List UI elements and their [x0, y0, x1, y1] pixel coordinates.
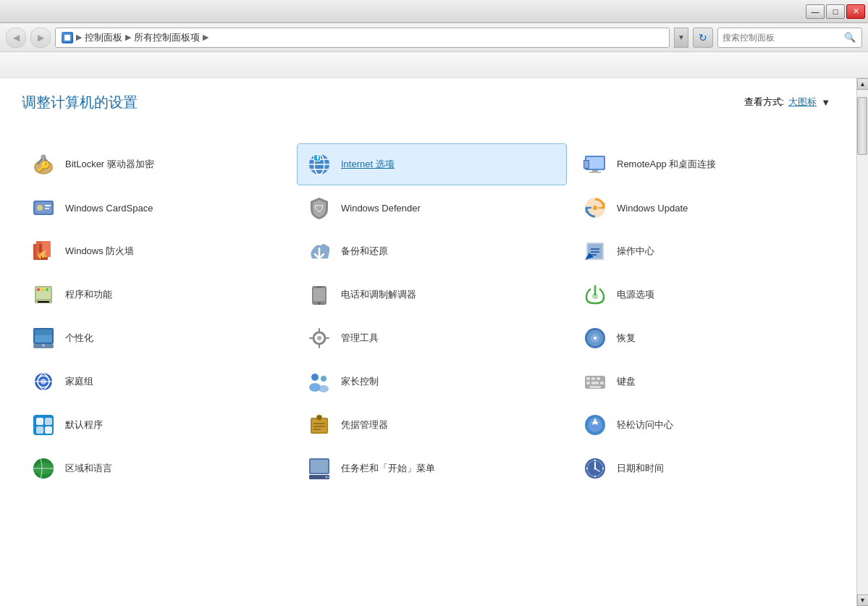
search-icon[interactable]: 🔍	[843, 30, 857, 45]
icon-default	[29, 411, 58, 439]
scrollbar-thumb[interactable]	[857, 97, 867, 155]
label-phone: 电话和调制解调器	[341, 288, 416, 301]
item-update[interactable]: Windows Update	[573, 188, 842, 228]
svg-rect-87	[312, 419, 326, 432]
svg-rect-58	[319, 343, 320, 348]
icon-phone	[305, 280, 334, 309]
icon-internet	[305, 150, 334, 179]
label-datetime: 日期和时间	[617, 462, 664, 475]
back-button[interactable]: ◀	[6, 28, 26, 48]
maximize-button[interactable]: □	[826, 4, 845, 19]
svg-text:🛡: 🛡	[314, 203, 324, 214]
path-control-panel[interactable]: 控制面板	[85, 31, 122, 44]
item-firewall[interactable]: Windows 防火墙	[22, 231, 290, 272]
item-personalize[interactable]: 个性化	[22, 318, 290, 358]
address-bar: ◀ ▶ ▶ 控制面板 ▶ 所有控制面板项 ▶ ▼ ↻ 🔍	[0, 23, 868, 52]
svg-rect-74	[586, 377, 590, 380]
svg-point-106	[594, 468, 597, 470]
search-container: 🔍	[717, 28, 862, 48]
title-bar: — □ ✕	[0, 0, 868, 23]
item-remoteapp[interactable]: RemoteApp 和桌面连接	[573, 144, 842, 185]
icon-defender: 🛡	[305, 193, 334, 222]
path-separator-2: ▶	[125, 33, 131, 42]
item-cardspace[interactable]: Windows CardSpace	[22, 188, 290, 228]
forward-button[interactable]: ▶	[30, 28, 51, 48]
item-action[interactable]: 操作中心	[573, 231, 842, 272]
svg-point-6	[41, 155, 46, 159]
item-parental[interactable]: 家长控制	[298, 361, 566, 402]
icon-bitlocker: 🔑	[29, 150, 58, 179]
item-backup[interactable]: 备份和还原	[298, 231, 566, 272]
svg-rect-83	[36, 426, 43, 434]
item-internet[interactable]: Internet 选项	[298, 144, 566, 185]
address-dropdown-button[interactable]: ▼	[674, 28, 688, 48]
svg-rect-75	[591, 377, 595, 380]
item-homegroup[interactable]: 家庭组	[22, 361, 290, 402]
icon-firewall	[29, 237, 58, 266]
icon-parental	[305, 367, 334, 396]
svg-rect-79	[600, 382, 604, 384]
item-datetime[interactable]: 日期和时间	[573, 448, 842, 489]
window-controls: — □ ✕	[806, 4, 865, 19]
icon-programs	[29, 280, 58, 309]
item-ease[interactable]: 轻松访问中心	[573, 405, 842, 445]
item-default[interactable]: 默认程序	[22, 405, 290, 445]
item-taskbar[interactable]: 任务栏和「开始」菜单	[298, 448, 566, 489]
svg-point-72	[319, 385, 329, 392]
icon-backup	[305, 237, 334, 266]
close-button[interactable]: ✕	[846, 4, 865, 19]
svg-rect-45	[313, 288, 325, 301]
item-defender[interactable]: 🛡Windows Defender	[298, 188, 566, 228]
icon-credential	[305, 411, 334, 439]
svg-point-70	[321, 376, 326, 382]
icon-ease	[581, 411, 610, 439]
label-remoteapp: RemoteApp 和桌面连接	[617, 158, 716, 171]
item-bitlocker[interactable]: 🔑BitLocker 驱动器加密	[22, 144, 290, 185]
scrollbar-down-button[interactable]: ▼	[857, 594, 869, 606]
svg-rect-57	[319, 328, 320, 333]
svg-point-46	[318, 302, 321, 305]
label-internet: Internet 选项	[341, 158, 395, 171]
label-homegroup: 家庭组	[65, 375, 93, 388]
minimize-button[interactable]: —	[806, 4, 825, 19]
label-keyboard: 键盘	[617, 375, 636, 388]
svg-rect-84	[45, 418, 52, 425]
path-separator-3: ▶	[203, 33, 208, 42]
path-all-items[interactable]: 所有控制面板项	[134, 31, 200, 44]
item-recovery[interactable]: 恢复	[573, 318, 842, 358]
item-manage[interactable]: 管理工具	[298, 318, 566, 358]
label-credential: 凭据管理器	[341, 418, 388, 432]
svg-point-64	[594, 337, 597, 340]
label-manage: 管理工具	[341, 332, 379, 345]
page-title: 调整计算机的设置	[22, 93, 138, 112]
scrollbar-up-button[interactable]: ▲	[857, 78, 869, 90]
item-region[interactable]: 区域和语言	[22, 448, 290, 489]
item-credential[interactable]: 凭据管理器	[298, 405, 566, 445]
svg-rect-52	[35, 335, 52, 342]
label-update: Windows Update	[617, 203, 688, 214]
icon-homegroup	[29, 367, 58, 396]
svg-rect-80	[589, 386, 601, 388]
label-power: 电源选项	[617, 288, 654, 301]
icon-remoteapp	[581, 150, 610, 179]
svg-rect-18	[589, 172, 601, 173]
svg-rect-60	[324, 337, 329, 339]
svg-rect-78	[591, 382, 599, 384]
svg-rect-76	[597, 377, 600, 380]
icon-power	[581, 280, 610, 309]
refresh-button[interactable]: ↻	[693, 28, 713, 48]
view-dropdown-icon[interactable]: ▼	[821, 97, 830, 108]
label-backup: 备份和还原	[341, 245, 388, 258]
label-recovery: 恢复	[617, 332, 636, 345]
label-firewall: Windows 防火墙	[65, 245, 134, 258]
label-defender: Windows Defender	[341, 203, 421, 214]
view-current[interactable]: 大图标	[788, 96, 817, 109]
icon-manage	[305, 324, 334, 353]
search-input[interactable]	[722, 33, 843, 43]
svg-point-28	[593, 206, 597, 210]
item-phone[interactable]: 电话和调制解调器	[298, 274, 566, 315]
item-keyboard[interactable]: 键盘	[573, 361, 842, 402]
address-path[interactable]: ▶ 控制面板 ▶ 所有控制面板项 ▶	[55, 28, 670, 48]
item-power[interactable]: 电源选项	[573, 274, 842, 315]
item-programs[interactable]: 程序和功能	[22, 274, 290, 315]
